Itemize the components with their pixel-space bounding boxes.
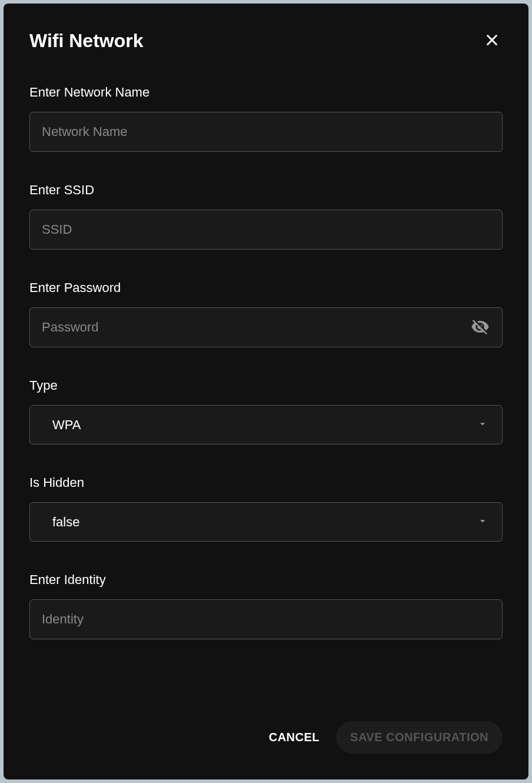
close-button[interactable] <box>481 29 503 52</box>
hidden-select-wrapper: false <box>29 502 503 542</box>
ssid-label: Enter SSID <box>29 183 503 198</box>
close-icon <box>484 32 500 50</box>
ssid-input[interactable] <box>29 210 503 250</box>
dialog-title: Wifi Network <box>29 30 144 52</box>
dialog-footer: CANCEL SAVE CONFIGURATION <box>29 721 503 754</box>
save-configuration-button[interactable]: SAVE CONFIGURATION <box>336 721 503 754</box>
password-label: Enter Password <box>29 280 503 296</box>
type-label: Type <box>29 378 503 393</box>
password-input-wrapper <box>29 307 503 347</box>
password-input[interactable] <box>29 307 503 347</box>
hidden-group: Is Hidden false <box>29 475 503 542</box>
identity-group: Enter Identity <box>29 572 503 639</box>
hidden-label: Is Hidden <box>29 475 503 490</box>
wifi-network-dialog: Wifi Network Enter Network Name Enter SS… <box>4 4 528 779</box>
identity-label: Enter Identity <box>29 572 503 588</box>
identity-input[interactable] <box>29 599 503 639</box>
type-select[interactable]: WPA <box>29 405 503 444</box>
hidden-select[interactable]: false <box>29 502 503 542</box>
password-visibility-toggle[interactable] <box>468 315 492 340</box>
ssid-group: Enter SSID <box>29 183 503 250</box>
network-name-group: Enter Network Name <box>29 85 503 152</box>
dialog-header: Wifi Network <box>29 29 503 52</box>
type-select-wrapper: WPA <box>29 405 503 444</box>
network-name-label: Enter Network Name <box>29 85 503 100</box>
password-group: Enter Password <box>29 280 503 347</box>
cancel-button[interactable]: CANCEL <box>267 724 322 751</box>
network-name-input[interactable] <box>29 112 503 152</box>
type-group: Type WPA <box>29 378 503 444</box>
visibility-off-icon <box>471 317 490 338</box>
